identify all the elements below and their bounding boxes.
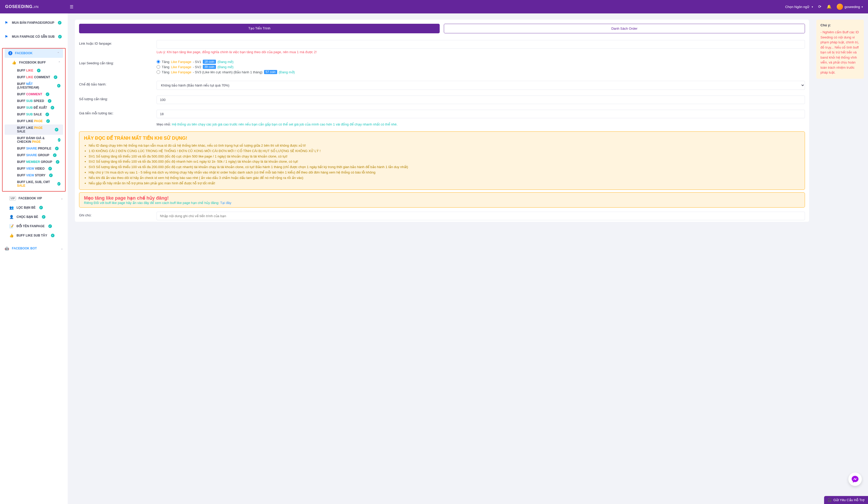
logo[interactable]: GOSEEDING.VN [5,4,39,9]
warranty-select[interactable]: Không bảo hành (Bảo hành nếu tụt quá 70%… [156,81,805,90]
check-icon: ✓ [48,224,52,228]
thumb-icon: 👍 [12,61,17,65]
price-label: Giá tiền mỗi tương tác: [79,110,152,115]
sidebar-item-buff-9[interactable]: BUFF ĐÁNH GIÁ & CHECKIN PAGE✓ [3,135,65,145]
check-icon: ✓ [53,154,56,157]
sidebar: ⚑ MUA BÁN FANPAGE/GROUP ✓ ⚑ MUA FANPAGE … [0,13,68,504]
right-column: Chú ý: - Nghiêm cấm Buff các ID Seeding … [816,13,868,504]
sidebar-item-buff-3[interactable]: BUFF COMMENT✓ [3,91,65,98]
price-input[interactable] [156,110,805,118]
sidebar-item-buff-15[interactable]: BUFF LIKE, SUB, CMT SALE✓ [3,179,65,189]
sidebar-item-mua-fanpage[interactable]: ⚑ MUA FANPAGE CÓ SẴN SUB ✓ [0,32,68,41]
bell-icon[interactable]: 🔔 [827,4,831,9]
sidebar-item-buff-7[interactable]: BUFF LIKE PAGE✓ [3,118,65,125]
alert-title: HÃY ĐỌC ĐỂ TRÁNH MẤT TIỀN KHI SỬ DỤNG! [84,135,800,141]
seeding-type-label: Loại Seeding cần tăng: [79,60,152,65]
sidebar-item-buff-11[interactable]: BUFF SHARE GROUP✓ [3,152,65,158]
check-icon: ✓ [39,206,43,209]
sidebar-item-buff-2[interactable]: BUFF MẮT (LIVESTREAM)✓ [3,81,65,91]
check-icon: ✓ [46,92,49,96]
check-icon: ✓ [45,113,49,116]
topbar: GOSEEDING.VN ☰ Chọn Ngôn ngữ ▾ ⟳ 🔔 gosee… [0,0,868,13]
check-icon: ✓ [55,128,59,132]
tab-danh-sach-order[interactable]: Danh Sách Order [444,24,805,33]
sidebar-item-buff-12[interactable]: BUFF MEMBER GROUP✓ [3,158,65,165]
main-content: Tạo Tiến Trình Danh Sách Order Link hoặc… [68,13,816,504]
warranty-label: Chế độ bảo hành: [79,81,152,86]
check-icon: ✓ [48,99,51,103]
hamburger-icon[interactable]: ☰ [70,4,73,9]
sidebar-item-buff-8[interactable]: BUFF LIKE PAGE SALE✓ [5,125,63,135]
language-selector[interactable]: Chọn Ngôn ngữ ▾ [785,5,813,9]
sidebar-item-choc-ban-be[interactable]: 👤 CHỌC BẠN BÈ ✓ [0,212,68,222]
radio-sv3[interactable] [156,70,160,74]
link-id-label: Link hoặc ID fanpage: [79,40,152,45]
note-card: Chú ý: - Nghiêm cấm Buff các ID Seeding … [816,20,864,79]
seeding-option-sv1[interactable]: Tăng Like Fanpage - SV1 18 coin (Đang mở… [156,60,805,64]
chevron-down-icon: ▾ [861,6,863,8]
tab-tao-tien-trinh[interactable]: Tạo Tiến Trình [79,24,440,33]
alert-item: SV2 Số lượng tăng tối thiểu 100 và tối đ… [89,159,800,165]
flag-icon: ⚑ [5,34,9,39]
user-menu[interactable]: goseeding ▾ [837,3,863,10]
facebook-section-highlight: f FACEBOOK ⌃ 👍 FACEBOOK BUFF ⌃ BUFF LIKE… [2,48,65,191]
sidebar-item-buff-4[interactable]: BUFF SUB SPEED✓ [3,98,65,104]
check-icon: ✓ [51,234,54,237]
radio-sv2[interactable] [156,65,160,69]
seeding-option-sv3[interactable]: Tăng Like Fanpage - SV3 (Like lên cực nh… [156,70,805,74]
sidebar-item-buff-10[interactable]: BUFF SHARE PROFILE✓ [3,145,65,152]
check-icon: ✓ [57,84,61,87]
headset-icon: 🎧 [828,498,832,502]
check-icon: ✓ [57,182,61,186]
sidebar-item-buff-tay[interactable]: 👍 BUFF LIKE SUB TÂY ✓ [0,231,68,240]
avatar [837,3,843,10]
chat-fab[interactable] [848,472,862,486]
support-button[interactable]: 🎧 Gửi Yêu Cầu Hỗ Trợ [824,496,868,504]
facebook-icon: f [8,51,12,55]
chevron-up-icon: ⌃ [57,52,59,55]
note-label: Ghi chú: [79,212,152,217]
sidebar-item-buff-14[interactable]: BUFF VIEW STORY✓ [3,172,65,179]
flag-icon: ⚑ [5,21,9,25]
check-icon: ✓ [48,167,52,170]
sidebar-group-facebook[interactable]: f FACEBOOK ⌃ [5,49,63,58]
sidebar-item-buff-5[interactable]: BUFF SUB ĐỀ XUẤT✓ [3,104,65,111]
seeding-option-sv2[interactable]: Tăng Like Fanpage - SV2 39 coin (Đang mở… [156,65,805,69]
alert-item: Hãy chú ý !:hi mua dịch vụ sau 1 - 5 tiế… [89,170,800,175]
sidebar-item-buff-0[interactable]: BUFF LIKE✓ [3,67,65,74]
check-icon: ✓ [58,21,61,24]
sidebar-subgroup-facebook-vip[interactable]: VIP FACEBOOK VIP ⌄ [0,193,68,203]
person-icon: 👤 [9,215,14,219]
link-warning: Lưu ý: Khi bạn tăng like page, đồng nghĩ… [156,50,805,54]
check-icon: ✓ [37,69,41,72]
sidebar-group-facebook-bot[interactable]: 🤖 FACEBOOK BOT ⌄ [0,244,68,253]
sidebar-item-buff-13[interactable]: BUFF VIEW VIDEO✓ [3,165,65,172]
sidebar-item-loc-ban-be[interactable]: 👥 LỌC BẠN BÈ ✓ [0,203,68,212]
price-tip: Mẹo nhỏ: Hệ thống ưu tiên chạy các job g… [75,123,809,129]
sidebar-item-buff-6[interactable]: BUFF SUB SALE✓ [3,111,65,118]
sidebar-subgroup-facebook-buff[interactable]: 👍 FACEBOOK BUFF ⌃ [3,58,65,67]
radio-sv1[interactable] [156,60,160,63]
check-icon: ✓ [46,119,50,123]
messenger-icon [851,475,859,483]
vip-icon: VIP [9,196,16,200]
chevron-down-icon: ▾ [812,6,813,8]
refresh-icon[interactable]: ⟳ [818,4,822,9]
tip-link[interactable]: Tại đây [220,201,231,205]
sidebar-item-mua-ban[interactable]: ⚑ MUA BÁN FANPAGE/GROUP ✓ [0,18,68,28]
alert-item: 1 ID KHÔNG CÀI 2 ĐƠN CÙNG LÚC TRONG HỆ T… [89,148,800,154]
note-input[interactable] [156,212,805,220]
thumb-icon: 👍 [9,233,14,238]
chevron-up-icon: ⌃ [58,61,61,64]
sidebar-item-buff-1[interactable]: BUFF LIKE COMMENT✓ [3,74,65,81]
check-icon: ✓ [58,138,61,142]
sidebar-item-doi-ten[interactable]: 📝 ĐỔI TÊN FANPAGE ✓ [0,222,68,231]
chevron-down-icon: ⌄ [61,247,63,250]
quantity-label: Số lượng cần tăng: [79,96,152,101]
alert-item: Nếu gặp lỗi hãy nhắn tin hỗ trợ phía bên… [89,181,800,186]
quantity-input[interactable] [156,96,805,104]
check-icon: ✓ [54,75,57,79]
link-id-input[interactable] [156,40,805,49]
check-icon: ✓ [56,160,59,164]
check-icon: ✓ [55,147,59,150]
